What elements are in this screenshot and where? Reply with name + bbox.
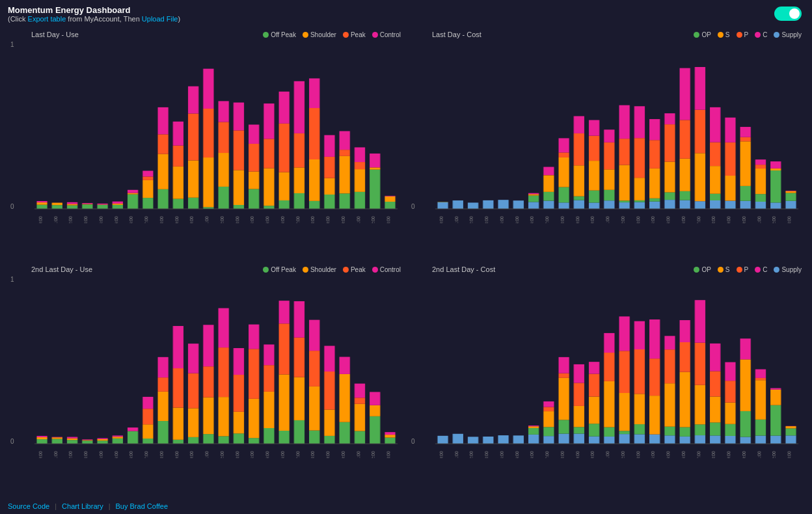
dashboard-title: Momentum Energy Dashboard (8, 5, 804, 15)
y-axis-2ldu: 1 0 (10, 276, 14, 445)
chart-title-last-day-cost: Last Day - Cost (432, 31, 481, 38)
toggle-button[interactable] (774, 7, 802, 21)
upload-file-link[interactable]: Upload File (142, 15, 178, 23)
footer-sep1: | (55, 502, 57, 510)
legend-last-day-cost: OP S P C Supply (694, 31, 802, 38)
chart-title-2nd-last-day-use: 2nd Last Day - Use (31, 265, 92, 273)
footer: Source Code | Chart Library | Buy Brad C… (8, 502, 168, 510)
chart-2nd-last-day-cost: 2nd Last Day - Cost OP S P C Supply 0 (406, 263, 807, 498)
charts-grid: Last Day - Use Off Peak Shoulder Peak Co… (0, 25, 812, 500)
chart-title-2nd-last-day-cost: 2nd Last Day - Cost (432, 265, 495, 273)
dashboard-header: Momentum Energy Dashboard (Click Export … (0, 0, 812, 25)
chart-last-day-use: Last Day - Use Off Peak Shoulder Peak Co… (5, 28, 406, 263)
chart-title-last-day-use: Last Day - Use (31, 31, 79, 38)
y-axis-ldu: 1 0 (10, 41, 14, 210)
chart-last-day-cost: Last Day - Cost OP S P C Supply 0 (406, 28, 807, 263)
export-table-link[interactable]: Export table (28, 15, 66, 23)
buy-coffee-link[interactable]: Buy Brad Coffee (116, 502, 169, 510)
y-axis-ldc: 0 (411, 41, 415, 210)
legend-2nd-last-day-cost: OP S P C Supply (694, 266, 802, 273)
chart-2nd-last-day-use: 2nd Last Day - Use Off Peak Shoulder Pea… (5, 263, 406, 498)
legend-last-day-use: Off Peak Shoulder Peak Control (263, 31, 401, 38)
legend-2nd-last-day-use: Off Peak Shoulder Peak Control (263, 266, 401, 273)
source-code-link[interactable]: Source Code (8, 502, 49, 510)
y-axis-2ldc: 0 (411, 276, 415, 445)
chart-library-link[interactable]: Chart Library (62, 502, 103, 510)
footer-sep2: | (109, 502, 111, 510)
dashboard-subtitle: (Click Export table from MyAccount, Then… (8, 15, 804, 23)
